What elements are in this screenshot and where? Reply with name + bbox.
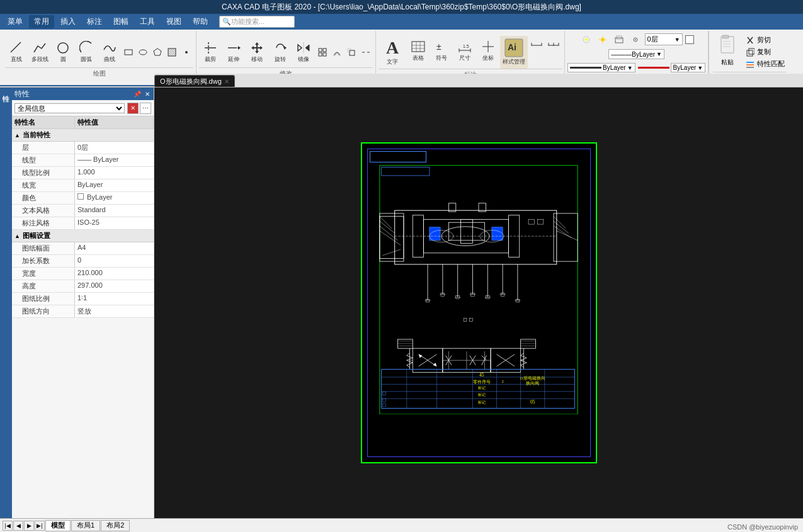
search-box[interactable]: 🔍 功能搜索... <box>219 16 295 28</box>
prop-row-ltscale: 线型比例 1.000 <box>12 167 154 179</box>
svg-marker-17 <box>305 45 309 51</box>
prop-panel-title: 特性 <box>14 89 132 99</box>
polygon-button[interactable] <box>151 38 164 67</box>
match-label: 特性匹配 <box>757 59 785 69</box>
style-manager-button[interactable]: Ai 样式管理 <box>500 36 528 69</box>
prop-section-current[interactable]: ▲ 当前特性 <box>12 129 154 142</box>
print-icon-button[interactable] <box>612 34 626 45</box>
scale-button[interactable] <box>345 38 358 67</box>
layout-nav-prev[interactable]: ◀ <box>13 521 23 531</box>
offset-button[interactable] <box>330 38 344 67</box>
cut-label: 剪切 <box>757 35 771 45</box>
paste-button[interactable]: 粘贴 <box>713 32 742 72</box>
linetype-dropdown[interactable]: ——— ByLayer ▼ <box>608 49 664 59</box>
prop-filter-btn1[interactable]: ✕ <box>127 103 139 114</box>
symbol-icon: ± <box>434 39 449 54</box>
svg-rect-120 <box>537 219 544 224</box>
light-icon-button[interactable] <box>579 34 593 45</box>
menu-item-view[interactable]: 视图 <box>161 15 186 28</box>
menu-item-help[interactable]: 帮助 <box>188 15 213 28</box>
prop-value-orientation: 竖放 <box>75 305 154 317</box>
layer-arrow: ▼ <box>675 37 680 43</box>
menu-item-tools[interactable]: 工具 <box>135 15 160 28</box>
prop-value-width: 210.000 <box>75 268 154 280</box>
point-button[interactable] <box>179 38 193 67</box>
doc-tab-close[interactable]: ✕ <box>224 78 229 85</box>
paste-icon <box>717 34 738 58</box>
rotate-button[interactable]: 旋转 <box>269 37 292 67</box>
style-manager-label: 样式管理 <box>503 58 525 66</box>
properties-panel: 特性 📌 ✕ 全局信息 ✕ ⋯ 特性名 特性值 ▲ <box>12 88 154 518</box>
menu-item-layout[interactable]: 图幅 <box>108 15 134 28</box>
prop-row-dimstyle: 标注风格 ISO-25 <box>12 217 154 230</box>
svg-rect-156 <box>464 319 467 322</box>
rect-button[interactable] <box>122 38 135 67</box>
circle-button[interactable]: 圆 <box>52 37 74 67</box>
mirror-button[interactable]: 镜像 <box>292 37 315 67</box>
baseline-dim-button[interactable] <box>528 37 545 48</box>
cont-dim-button[interactable] <box>545 37 562 48</box>
ellipse-button[interactable] <box>136 38 150 67</box>
color-swatch[interactable] <box>685 35 694 44</box>
line-button[interactable]: 直线 <box>5 37 28 67</box>
circle-label: 圆 <box>60 55 66 64</box>
doc-tab-main[interactable]: O形电磁换向阀.dwg ✕ <box>154 75 235 87</box>
prop-row-papersize: 图纸幅面 A4 <box>12 242 154 255</box>
arc-button[interactable]: 圆弧 <box>75 37 98 67</box>
match-button[interactable]: 特性匹配 <box>744 59 786 69</box>
prop-filter-select[interactable]: 全局信息 <box>14 103 125 113</box>
menu-item-annotate[interactable]: 标注 <box>82 15 107 28</box>
layout-nav-next[interactable]: ▶ <box>24 521 34 531</box>
hatch-button[interactable] <box>165 38 179 67</box>
svg-rect-119 <box>528 219 535 224</box>
text-button[interactable]: A 文字 <box>379 36 406 69</box>
dimension-button[interactable]: 1.5 尺寸 <box>453 36 476 66</box>
break-button[interactable] <box>359 38 373 67</box>
svg-rect-2 <box>125 50 132 55</box>
copy-button[interactable]: 复制 <box>744 47 786 57</box>
polyline-button[interactable]: 多段线 <box>28 37 51 67</box>
menu-item-insert[interactable]: 插入 <box>55 15 81 28</box>
svg-rect-75 <box>379 213 403 261</box>
layout-tab-layout2[interactable]: 布局2 <box>101 520 130 531</box>
prop-pin-icon[interactable]: 📌 <box>132 90 142 98</box>
layer-dropdown[interactable]: 0层 ▼ <box>645 33 683 45</box>
linewidth-preview <box>570 67 601 69</box>
menu-item-home[interactable]: 常用 <box>29 15 54 28</box>
layout-nav-last[interactable]: ▶| <box>35 521 45 531</box>
layout-tab-model[interactable]: 模型 <box>45 520 71 531</box>
cut-button[interactable]: 剪切 <box>744 35 786 45</box>
prop-section-paper[interactable]: ▲ 图幅设置 <box>12 230 154 242</box>
polyline-icon <box>32 40 47 55</box>
linetype-bylayer: ByLayer <box>632 51 655 58</box>
move-icon <box>249 40 265 55</box>
svg-rect-90 <box>491 227 502 241</box>
prop-name-color: 颜色 <box>12 192 75 204</box>
prop-filter-btn2[interactable]: ⋯ <box>140 103 151 114</box>
prop-filter-icons: ✕ ⋯ <box>127 103 151 114</box>
svg-rect-146 <box>520 339 535 348</box>
menu-item-file[interactable]: 菜单 <box>3 15 28 28</box>
trim-button[interactable]: 裁剪 <box>199 37 222 67</box>
settings-icon-button[interactable] <box>629 34 642 45</box>
layout-tab-layout1[interactable]: 布局1 <box>71 520 100 531</box>
prop-name-elongate: 加长系数 <box>12 255 75 267</box>
table-button[interactable]: 表格 <box>407 36 430 66</box>
text-icon: A <box>382 38 402 58</box>
svg-line-81 <box>382 249 401 256</box>
color-dropdown[interactable]: ByLayer ▼ <box>671 63 706 72</box>
svg-text:1.5: 1.5 <box>463 44 469 48</box>
svg-rect-87 <box>460 219 472 243</box>
prop-header-icons: 📌 ✕ <box>132 90 151 98</box>
linewidth-dropdown[interactable]: ByLayer ▼ <box>567 63 635 72</box>
move-button[interactable]: 移动 <box>246 37 268 67</box>
array-button[interactable] <box>316 38 329 67</box>
curve-button[interactable]: 曲线 <box>98 37 121 67</box>
coord-button[interactable]: 坐标 <box>477 36 499 66</box>
symbol-button[interactable]: ± 符号 <box>430 36 453 66</box>
sun-icon-button[interactable] <box>596 34 610 45</box>
canvas-area[interactable]: 45 零件序号 2 O形电磁换向 换向阀 标记 标记 标记 05 <box>154 88 803 518</box>
extend-button[interactable]: 延伸 <box>222 37 245 67</box>
prop-close-icon[interactable]: ✕ <box>144 90 151 98</box>
layout-nav-first[interactable]: |◀ <box>3 521 13 531</box>
